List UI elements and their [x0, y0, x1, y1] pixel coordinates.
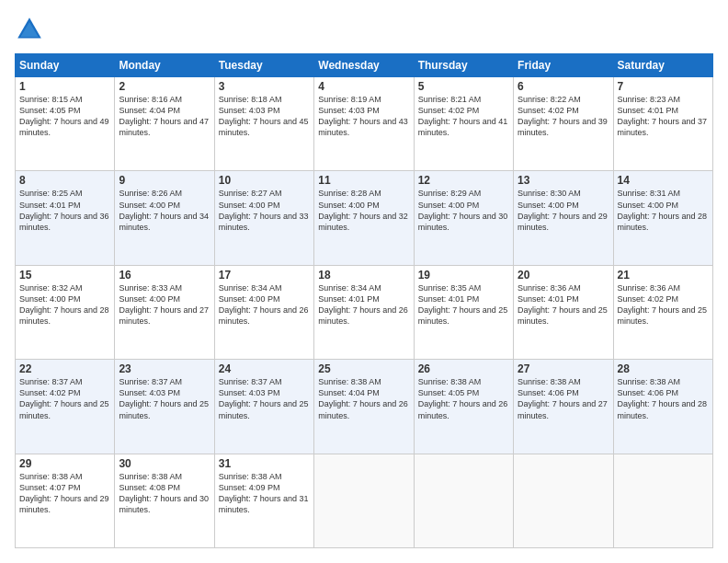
- day-number: 22: [19, 362, 110, 375]
- day-info: Sunrise: 8:16 AM Sunset: 4:04 PM Dayligh…: [119, 94, 210, 139]
- table-row: 14 Sunrise: 8:31 AM Sunset: 4:00 PM Dayl…: [613, 171, 712, 265]
- table-row: 15 Sunrise: 8:32 AM Sunset: 4:00 PM Dayl…: [16, 265, 115, 359]
- day-number: 30: [119, 457, 210, 470]
- day-info: Sunrise: 8:28 AM Sunset: 4:00 PM Dayligh…: [318, 188, 409, 233]
- day-info: Sunrise: 8:38 AM Sunset: 4:08 PM Dayligh…: [119, 471, 210, 516]
- day-number: 14: [618, 174, 709, 187]
- day-number: 28: [618, 362, 709, 375]
- table-row: [613, 454, 712, 547]
- day-info: Sunrise: 8:25 AM Sunset: 4:01 PM Dayligh…: [19, 188, 110, 233]
- table-row: 11 Sunrise: 8:28 AM Sunset: 4:00 PM Dayl…: [314, 171, 414, 265]
- day-number: 4: [318, 80, 409, 93]
- day-info: Sunrise: 8:37 AM Sunset: 4:03 PM Dayligh…: [119, 376, 210, 421]
- table-row: 25 Sunrise: 8:38 AM Sunset: 4:04 PM Dayl…: [314, 360, 414, 454]
- day-info: Sunrise: 8:29 AM Sunset: 4:00 PM Dayligh…: [418, 188, 509, 233]
- col-header-thursday: Thursday: [414, 54, 513, 77]
- day-info: Sunrise: 8:34 AM Sunset: 4:01 PM Dayligh…: [318, 282, 409, 327]
- day-number: 25: [318, 362, 409, 375]
- header: [15, 15, 713, 44]
- day-number: 23: [119, 362, 210, 375]
- day-number: 8: [19, 174, 110, 187]
- col-header-saturday: Saturday: [613, 54, 712, 77]
- day-number: 5: [418, 80, 509, 93]
- day-info: Sunrise: 8:22 AM Sunset: 4:02 PM Dayligh…: [518, 94, 609, 139]
- day-info: Sunrise: 8:36 AM Sunset: 4:01 PM Dayligh…: [518, 282, 609, 327]
- table-row: 30 Sunrise: 8:38 AM Sunset: 4:08 PM Dayl…: [115, 454, 214, 547]
- table-row: 16 Sunrise: 8:33 AM Sunset: 4:00 PM Dayl…: [115, 265, 214, 359]
- day-number: 10: [219, 174, 310, 187]
- day-number: 6: [518, 80, 609, 93]
- table-row: 3 Sunrise: 8:18 AM Sunset: 4:03 PM Dayli…: [214, 77, 313, 171]
- day-number: 1: [19, 80, 110, 93]
- day-info: Sunrise: 8:38 AM Sunset: 4:05 PM Dayligh…: [418, 376, 509, 421]
- table-row: 2 Sunrise: 8:16 AM Sunset: 4:04 PM Dayli…: [115, 77, 214, 171]
- day-number: 9: [119, 174, 210, 187]
- table-row: [414, 454, 513, 547]
- day-info: Sunrise: 8:37 AM Sunset: 4:03 PM Dayligh…: [219, 376, 310, 421]
- day-info: Sunrise: 8:32 AM Sunset: 4:00 PM Dayligh…: [19, 282, 110, 327]
- col-header-monday: Monday: [115, 54, 214, 77]
- day-number: 7: [618, 80, 709, 93]
- page: SundayMondayTuesdayWednesdayThursdayFrid…: [0, 0, 728, 563]
- day-number: 26: [418, 362, 509, 375]
- day-info: Sunrise: 8:38 AM Sunset: 4:07 PM Dayligh…: [19, 471, 110, 516]
- day-info: Sunrise: 8:26 AM Sunset: 4:00 PM Dayligh…: [119, 188, 210, 233]
- table-row: 12 Sunrise: 8:29 AM Sunset: 4:00 PM Dayl…: [414, 171, 513, 265]
- day-info: Sunrise: 8:31 AM Sunset: 4:00 PM Dayligh…: [618, 188, 709, 233]
- col-header-sunday: Sunday: [16, 54, 115, 77]
- table-row: 23 Sunrise: 8:37 AM Sunset: 4:03 PM Dayl…: [115, 360, 214, 454]
- day-number: 31: [219, 457, 310, 470]
- day-number: 24: [219, 362, 310, 375]
- day-info: Sunrise: 8:15 AM Sunset: 4:05 PM Dayligh…: [19, 94, 110, 139]
- day-info: Sunrise: 8:38 AM Sunset: 4:04 PM Dayligh…: [318, 376, 409, 421]
- day-info: Sunrise: 8:38 AM Sunset: 4:06 PM Dayligh…: [618, 376, 709, 421]
- table-row: 1 Sunrise: 8:15 AM Sunset: 4:05 PM Dayli…: [16, 77, 115, 171]
- day-number: 27: [518, 362, 609, 375]
- table-row: 29 Sunrise: 8:38 AM Sunset: 4:07 PM Dayl…: [16, 454, 115, 547]
- day-number: 18: [318, 269, 409, 282]
- table-row: 24 Sunrise: 8:37 AM Sunset: 4:03 PM Dayl…: [214, 360, 313, 454]
- table-row: 19 Sunrise: 8:35 AM Sunset: 4:01 PM Dayl…: [414, 265, 513, 359]
- day-info: Sunrise: 8:37 AM Sunset: 4:02 PM Dayligh…: [19, 376, 110, 421]
- col-header-wednesday: Wednesday: [314, 54, 414, 77]
- table-row: 28 Sunrise: 8:38 AM Sunset: 4:06 PM Dayl…: [613, 360, 712, 454]
- day-number: 12: [418, 174, 509, 187]
- col-header-tuesday: Tuesday: [214, 54, 313, 77]
- table-row: 6 Sunrise: 8:22 AM Sunset: 4:02 PM Dayli…: [514, 77, 613, 171]
- table-row: 9 Sunrise: 8:26 AM Sunset: 4:00 PM Dayli…: [115, 171, 214, 265]
- day-number: 21: [618, 269, 709, 282]
- day-number: 20: [518, 269, 609, 282]
- day-info: Sunrise: 8:34 AM Sunset: 4:00 PM Dayligh…: [219, 282, 310, 327]
- table-row: [314, 454, 414, 547]
- day-number: 29: [19, 457, 110, 470]
- table-row: 27 Sunrise: 8:38 AM Sunset: 4:06 PM Dayl…: [514, 360, 613, 454]
- table-row: [514, 454, 613, 547]
- table-row: 31 Sunrise: 8:38 AM Sunset: 4:09 PM Dayl…: [214, 454, 313, 547]
- table-row: 13 Sunrise: 8:30 AM Sunset: 4:00 PM Dayl…: [514, 171, 613, 265]
- day-info: Sunrise: 8:21 AM Sunset: 4:02 PM Dayligh…: [418, 94, 509, 139]
- table-row: 17 Sunrise: 8:34 AM Sunset: 4:00 PM Dayl…: [214, 265, 313, 359]
- logo: [15, 15, 48, 44]
- day-info: Sunrise: 8:36 AM Sunset: 4:02 PM Dayligh…: [618, 282, 709, 327]
- table-row: 22 Sunrise: 8:37 AM Sunset: 4:02 PM Dayl…: [16, 360, 115, 454]
- day-number: 16: [119, 269, 210, 282]
- day-number: 11: [318, 174, 409, 187]
- day-number: 19: [418, 269, 509, 282]
- table-row: 21 Sunrise: 8:36 AM Sunset: 4:02 PM Dayl…: [613, 265, 712, 359]
- day-info: Sunrise: 8:19 AM Sunset: 4:03 PM Dayligh…: [318, 94, 409, 139]
- day-number: 2: [119, 80, 210, 93]
- table-row: 8 Sunrise: 8:25 AM Sunset: 4:01 PM Dayli…: [16, 171, 115, 265]
- table-row: 7 Sunrise: 8:23 AM Sunset: 4:01 PM Dayli…: [613, 77, 712, 171]
- day-info: Sunrise: 8:18 AM Sunset: 4:03 PM Dayligh…: [219, 94, 310, 139]
- calendar-table: SundayMondayTuesdayWednesdayThursdayFrid…: [15, 53, 713, 548]
- day-info: Sunrise: 8:38 AM Sunset: 4:09 PM Dayligh…: [219, 471, 310, 516]
- day-info: Sunrise: 8:38 AM Sunset: 4:06 PM Dayligh…: [518, 376, 609, 421]
- logo-icon: [15, 15, 44, 44]
- table-row: 26 Sunrise: 8:38 AM Sunset: 4:05 PM Dayl…: [414, 360, 513, 454]
- table-row: 20 Sunrise: 8:36 AM Sunset: 4:01 PM Dayl…: [514, 265, 613, 359]
- table-row: 10 Sunrise: 8:27 AM Sunset: 4:00 PM Dayl…: [214, 171, 313, 265]
- table-row: 4 Sunrise: 8:19 AM Sunset: 4:03 PM Dayli…: [314, 77, 414, 171]
- day-number: 13: [518, 174, 609, 187]
- table-row: 18 Sunrise: 8:34 AM Sunset: 4:01 PM Dayl…: [314, 265, 414, 359]
- col-header-friday: Friday: [514, 54, 613, 77]
